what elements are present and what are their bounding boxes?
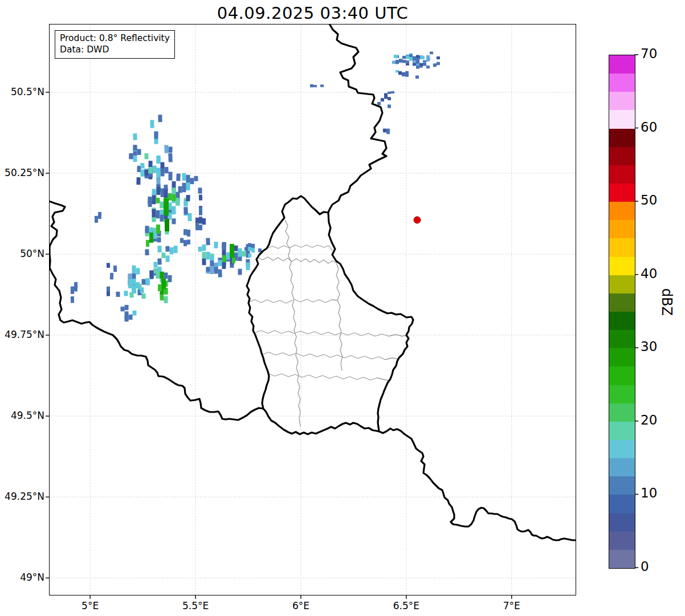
colorbar-tick-label: 30 [641, 339, 657, 354]
colorbar-segment [609, 458, 635, 476]
product-annotation-box: Product: 0.8° Reflectivity Data: DWD [55, 30, 175, 59]
colorbar-segment [609, 440, 635, 458]
colorbar-tick-label: 70 [641, 46, 657, 61]
colorbar-segment [609, 74, 635, 92]
colorbar-segment [609, 202, 635, 220]
y-tick-label: 49.75°N [1, 329, 44, 340]
colorbar [609, 55, 635, 569]
colorbar-segment [609, 220, 635, 238]
colorbar-segment [609, 147, 635, 165]
radar-figure: 04.09.2025 03:40 UTC Product: 0.8° Refle… [0, 0, 685, 616]
colorbar-segment [609, 129, 635, 147]
x-tick-label: 7°E [503, 600, 520, 611]
y-tick-label: 49.5°N [1, 410, 44, 421]
colorbar-segment [609, 495, 635, 513]
colorbar-tick-label: 10 [641, 486, 657, 500]
colorbar-segment [609, 348, 635, 366]
colorbar-segment [609, 55, 635, 74]
colorbar-segment [609, 275, 635, 293]
y-tick-label: 49°N [1, 572, 44, 583]
colorbar-segment [609, 422, 635, 440]
colorbar-segment [609, 366, 635, 385]
x-tick-label: 6°E [292, 600, 309, 611]
colorbar-segment [609, 238, 635, 256]
x-tick-label: 6.5°E [393, 600, 419, 611]
data-source-line: Data: DWD [60, 44, 170, 55]
y-tick-label: 50°N [1, 248, 44, 259]
colorbar-segment [609, 330, 635, 348]
colorbar-segment [609, 312, 635, 330]
x-tick-label: 5.5°E [182, 600, 209, 611]
colorbar-tick-label: 50 [641, 193, 657, 207]
colorbar-segment [609, 403, 635, 422]
colorbar-segment [609, 293, 635, 312]
colorbar-segment [609, 550, 635, 568]
colorbar-segment [609, 110, 635, 128]
plot-frame [49, 24, 576, 595]
y-tick-label: 50.5°N [1, 86, 44, 97]
colorbar-segment [609, 165, 635, 183]
colorbar-tick-label: 40 [641, 266, 657, 281]
colorbar-segment [609, 513, 635, 532]
colorbar-tick-label: 20 [641, 413, 657, 427]
colorbar-segment [609, 385, 635, 403]
colorbar-axis-label: dBZ [659, 288, 675, 316]
y-tick-label: 49.25°N [1, 491, 44, 502]
x-tick-label: 5°E [81, 600, 99, 611]
product-line: Product: 0.8° Reflectivity [60, 32, 170, 44]
colorbar-tick-label: 60 [641, 120, 657, 134]
colorbar-segment [609, 532, 635, 550]
colorbar-segment [609, 183, 635, 202]
colorbar-segment [609, 92, 635, 110]
colorbar-segment [609, 257, 635, 275]
colorbar-segment [609, 476, 635, 495]
colorbar-tick-label: 0 [641, 559, 649, 574]
y-tick-label: 50.25°N [1, 167, 44, 178]
